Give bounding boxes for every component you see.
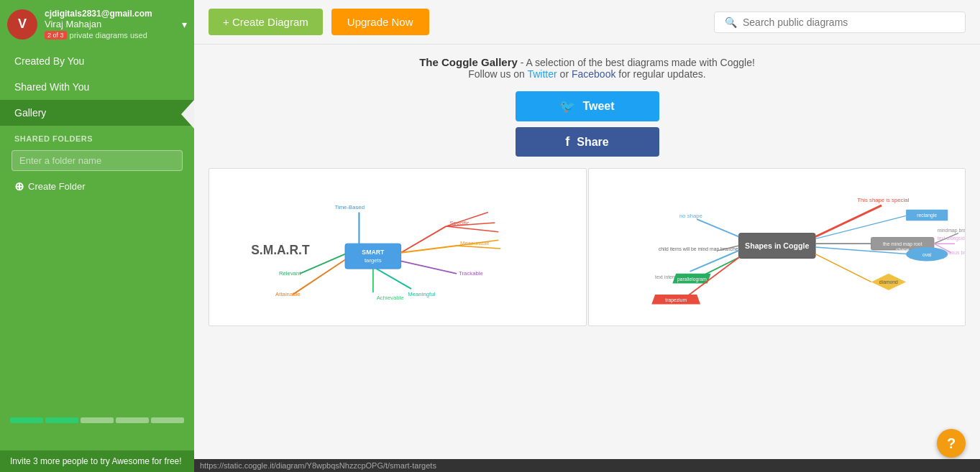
facebook-share-button[interactable]: f Share <box>516 127 659 157</box>
invite-banner: Invite 3 more people to try Awesome for … <box>0 450 194 472</box>
search-icon: 🔍 <box>725 17 737 28</box>
svg-text:parallelogram: parallelogram <box>677 277 706 282</box>
svg-text:trapezium: trapezium <box>665 297 687 303</box>
svg-text:Trackable: Trackable <box>459 270 483 277</box>
twitter-bird-icon: 🐦 <box>559 98 575 114</box>
share-label: Share <box>577 136 608 149</box>
svg-text:rectangle: rectangle <box>917 213 937 218</box>
smart-targets-diagram[interactable]: S.M.A.R.T SMART targets Specific Meas <box>209 168 587 326</box>
folder-name-input[interactable] <box>12 150 183 171</box>
search-box[interactable]: 🔍 <box>714 11 966 33</box>
gallery-title: The Coggle Gallery <box>419 56 518 68</box>
sidebar-item-gallery[interactable]: Gallery <box>0 100 194 126</box>
upgrade-now-button[interactable]: Upgrade Now <box>331 9 429 35</box>
progress-seg-5 <box>151 417 184 423</box>
twitter-link[interactable]: Twitter <box>527 68 557 80</box>
diagrams-badge: 2 of 3 <box>45 31 67 40</box>
svg-text:SMART: SMART <box>362 249 385 256</box>
svg-text:oval: oval <box>922 252 931 257</box>
create-diagram-button[interactable]: + Create Diagram <box>209 9 323 35</box>
gallery-header: The Coggle Gallery - A selection of the … <box>209 56 966 80</box>
avatar: V <box>7 9 37 40</box>
topbar: + Create Diagram Upgrade Now 🔍 <box>194 0 980 45</box>
shared-folders-heading: SHARED FOLDERS <box>0 126 194 147</box>
sidebar-item-shared-with-you[interactable]: Shared With You <box>0 74 194 100</box>
create-folder-label: Create Folder <box>28 181 85 192</box>
diagrams-used: 2 of 3 private diagrams used <box>45 31 182 40</box>
sidebar-item-created-by-you[interactable]: Created By You <box>0 48 194 74</box>
shapes-in-coggle-diagram[interactable]: Shapes in Coggle This shape is special t… <box>588 168 966 326</box>
shapes-in-coggle-svg: Shapes in Coggle This shape is special t… <box>589 169 966 325</box>
svg-text:Achievable: Achievable <box>377 295 404 301</box>
social-buttons: 🐦 Tweet f Share <box>209 91 966 157</box>
progress-area <box>0 412 194 429</box>
svg-rect-2 <box>345 244 401 269</box>
dropdown-arrow-icon[interactable]: ▾ <box>182 19 187 30</box>
diagrams-grid: S.M.A.R.T SMART targets Specific Meas <box>209 168 966 326</box>
svg-text:Relevant: Relevant <box>279 270 301 277</box>
plus-icon: ⊕ <box>14 180 24 193</box>
user-email: cjdigitals2831@gmail.com <box>45 9 182 19</box>
svg-text:targets: targets <box>365 257 382 264</box>
progress-bar <box>10 417 184 423</box>
or-text: or <box>560 68 572 80</box>
help-button[interactable]: ? <box>937 429 966 458</box>
progress-seg-1 <box>10 417 43 423</box>
gallery-subtitle: - A selection of the best diagrams made … <box>521 57 755 68</box>
svg-text:This shape is special: This shape is special <box>857 197 909 203</box>
user-name: Viraj Mahajan <box>45 19 182 29</box>
svg-text:Attainable: Attainable <box>275 291 300 297</box>
facebook-icon: f <box>565 134 569 149</box>
diagrams-label: private diagrams used <box>70 31 147 40</box>
smart-targets-svg: S.M.A.R.T SMART targets Specific Meas <box>209 169 586 325</box>
facebook-link[interactable]: Facebook <box>572 68 615 80</box>
tweet-button[interactable]: 🐦 Tweet <box>516 91 659 121</box>
follow-suffix: for regular updates. <box>618 68 705 80</box>
sidebar: V cjdigitals2831@gmail.com Viraj Mahajan… <box>0 0 194 472</box>
progress-seg-3 <box>81 417 114 423</box>
svg-text:Meaningful: Meaningful <box>408 291 435 297</box>
svg-text:S.M.A.R.T: S.M.A.R.T <box>251 243 310 257</box>
svg-text:Shapes in Coggle: Shapes in Coggle <box>745 241 809 250</box>
status-bar: https://static.coggle.it/diagram/Y8wpbqs… <box>194 459 980 472</box>
progress-seg-4 <box>116 417 149 423</box>
tweet-label: Tweet <box>582 100 614 113</box>
create-folder-button[interactable]: ⊕ Create Folder <box>0 174 194 199</box>
progress-seg-2 <box>45 417 78 423</box>
svg-text:no shape: no shape <box>679 213 702 219</box>
user-info: cjdigitals2831@gmail.com Viraj Mahajan 2… <box>45 9 182 40</box>
user-area[interactable]: V cjdigitals2831@gmail.com Viraj Mahajan… <box>0 0 194 48</box>
search-input[interactable] <box>743 17 955 28</box>
svg-text:Time-Based: Time-Based <box>335 204 365 210</box>
search-area: 🔍 <box>438 11 966 33</box>
gallery-content: The Coggle Gallery - A selection of the … <box>194 45 980 472</box>
svg-text:mindmap branches: mindmap branches <box>937 228 965 233</box>
follow-text: Follow us on Twitter or Facebook for reg… <box>209 68 966 80</box>
main-content: + Create Diagram Upgrade Now 🔍 The Coggl… <box>194 0 980 472</box>
svg-text:text alongside branch: text alongside branch <box>937 236 965 241</box>
svg-text:child items will be mind map b: child items will be mind map branches <box>658 246 741 252</box>
svg-text:diamond: diamond <box>879 279 897 284</box>
